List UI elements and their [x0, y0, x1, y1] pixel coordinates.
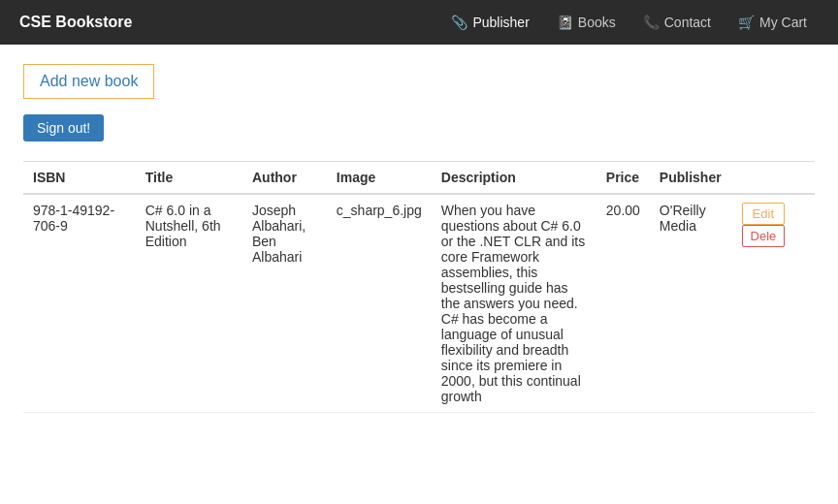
cell-actions: Edit Dele	[732, 194, 815, 413]
edit-button[interactable]: Edit	[742, 203, 785, 225]
nav-item-books[interactable]: 📓 Books	[545, 9, 628, 36]
nav-links: 📎 Publisher 📓 Books 📞 Contact 🛒 My Cart	[439, 9, 819, 36]
cart-icon: 🛒	[738, 15, 755, 30]
main-content: Add new book Sign out! ISBN Title Author…	[0, 45, 838, 432]
nav-item-contact[interactable]: 📞 Contact	[631, 9, 723, 36]
books-icon: 📓	[557, 15, 573, 30]
cell-title: C# 6.0 in a Nutshell, 6th Edition	[136, 194, 242, 413]
books-table: ISBN Title Author Image Description Pric…	[23, 161, 815, 413]
add-new-book-link[interactable]: Add new book	[23, 64, 154, 99]
table-header-row: ISBN Title Author Image Description Pric…	[23, 162, 815, 195]
cell-image: c_sharp_6.jpg	[327, 194, 432, 413]
cell-isbn: 978-1-49192-706-9	[23, 194, 136, 413]
brand: CSE Bookstore	[19, 14, 132, 31]
col-header-author: Author	[242, 162, 327, 195]
col-header-price: Price	[596, 162, 650, 195]
cell-publisher: O'Reilly Media	[650, 194, 732, 413]
delete-button[interactable]: Dele	[742, 225, 786, 247]
table-row: 978-1-49192-706-9 C# 6.0 in a Nutshell, …	[23, 194, 815, 413]
contact-icon: 📞	[643, 15, 660, 30]
sign-out-button[interactable]: Sign out!	[23, 114, 104, 142]
publisher-icon: 📎	[451, 15, 467, 30]
col-header-isbn: ISBN	[23, 162, 136, 195]
cell-price: 20.00	[596, 194, 650, 413]
col-header-description: Description	[432, 162, 596, 195]
cell-description: When you have questions about C# 6.0 or …	[432, 194, 596, 413]
navbar: CSE Bookstore 📎 Publisher 📓 Books 📞 Cont…	[0, 0, 838, 45]
nav-item-publisher[interactable]: 📎 Publisher	[439, 9, 540, 36]
nav-item-cart[interactable]: 🛒 My Cart	[726, 9, 819, 36]
col-header-publisher: Publisher	[650, 162, 732, 195]
cell-author: Joseph Albahari, Ben Albahari	[242, 194, 327, 413]
col-header-image: Image	[327, 162, 432, 195]
col-header-title: Title	[136, 162, 242, 195]
col-header-actions	[732, 162, 815, 195]
